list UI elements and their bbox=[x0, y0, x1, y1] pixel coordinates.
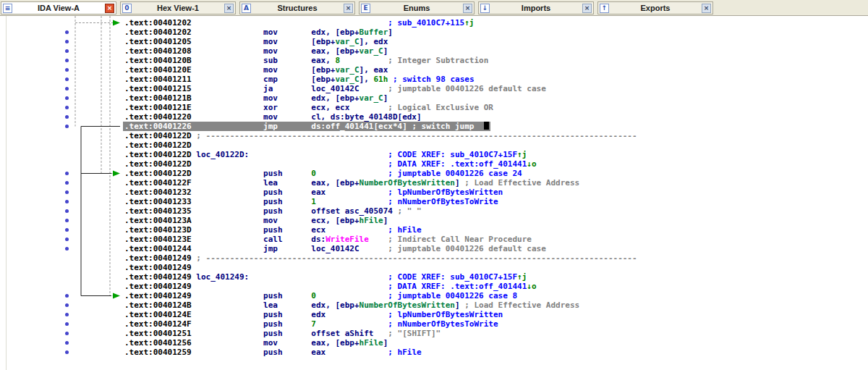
tab-imports[interactable]: ↓Imports× bbox=[478, 1, 594, 14]
code-segment: var_C bbox=[335, 37, 359, 46]
close-icon[interactable]: × bbox=[582, 4, 592, 13]
tab-structures[interactable]: AStructures× bbox=[239, 1, 355, 14]
listing-line[interactable]: .text:0040122D ; -----------------------… bbox=[124, 131, 639, 140]
code-segment: 7 bbox=[311, 319, 316, 329]
code-segment: ; Load Effective Address bbox=[464, 178, 579, 188]
code-segment: eax bbox=[311, 188, 326, 197]
instruction-dot bbox=[65, 313, 69, 316]
listing-line[interactable]: .text:00401249 push 0 ; jumptable 004012… bbox=[124, 291, 639, 300]
listing-line[interactable]: .text:00401232 push eax ; lpNumberOfByte… bbox=[124, 188, 639, 197]
code-segment: edx, [ebp+ bbox=[311, 93, 359, 103]
code-segment: ; jumptable 00401226 default case bbox=[388, 244, 546, 253]
listing-line[interactable]: .text:00401202 ; sub_4010C7+115↑j bbox=[124, 18, 639, 28]
listing-line[interactable]: .text:0040123E call ds:WriteFile ; Indir… bbox=[124, 235, 639, 244]
listing-line[interactable]: .text:0040122D bbox=[124, 140, 639, 150]
listing-line[interactable]: .text:00401249 ; -----------------------… bbox=[124, 253, 639, 263]
code-segment: jmp bbox=[263, 122, 278, 131]
listing-line[interactable]: .text:00401259 push eax ; hFile bbox=[124, 348, 639, 357]
gutter-divider bbox=[6, 16, 7, 370]
instruction-dot bbox=[65, 322, 69, 326]
code-segment: eax bbox=[311, 348, 326, 357]
code-segment: ↑j bbox=[464, 18, 474, 28]
listing-line[interactable]: .text:00401205 mov [ebp+var_C], edx bbox=[124, 37, 639, 46]
listing-line[interactable]: .text:0040124E push edx ; lpNumberOfByte… bbox=[124, 310, 639, 319]
imports-icon: ↓ bbox=[480, 4, 490, 13]
listing-line[interactable]: .text:00401235 push offset asc_405074 ; … bbox=[124, 206, 639, 216]
tabbar: ≡IDA View-A×0Hex View-1×AStructures×EEnu… bbox=[0, 0, 868, 16]
code-segment: .text:00401205 bbox=[124, 37, 192, 46]
code-segment: .text:0040121B bbox=[124, 93, 192, 103]
code-segment: .text:00401249 bbox=[124, 263, 192, 272]
code-segment: .text:0040122D bbox=[124, 140, 192, 150]
listing-line[interactable]: .text:0040122D ; DATA XREF: .text:off_40… bbox=[124, 159, 639, 169]
code-segment: .text:00401220 bbox=[124, 112, 192, 122]
listing-line[interactable]: .text:0040121B mov edx, [ebp+var_C] bbox=[124, 93, 639, 103]
tab-label: Exports bbox=[611, 4, 699, 12]
listing-line[interactable]: .text:00401233 push 1 ; nNumberOfBytesTo… bbox=[124, 197, 639, 206]
code-segment: ; nNumberOfBytesToWrite bbox=[388, 197, 498, 206]
code-segment: ], edx bbox=[359, 37, 388, 46]
close-icon[interactable]: × bbox=[344, 4, 353, 13]
listing-line[interactable]: .text:00401211 cmp [ebp+var_C], 61h ; sw… bbox=[124, 75, 639, 84]
code-segment: mov bbox=[263, 93, 278, 103]
close-icon[interactable]: × bbox=[463, 4, 472, 13]
code-segment: hFile bbox=[359, 338, 383, 348]
listing-line[interactable]: .text:0040120B sub eax, 8 ; Integer Subt… bbox=[124, 56, 639, 65]
code-segment: cmp bbox=[263, 75, 278, 84]
listing-line[interactable]: .text:00401220 mov cl, ds:byte_40148D[ed… bbox=[124, 112, 639, 122]
listing-line[interactable]: .text:0040123D push ecx ; hFile bbox=[124, 225, 639, 235]
instruction-dot bbox=[65, 68, 69, 72]
listing-line[interactable]: .text:00401244 jmp loc_40142C ; jumptabl… bbox=[124, 244, 639, 253]
listing-line[interactable]: .text:00401202 mov edx, [ebp+Buffer] bbox=[124, 28, 639, 37]
code-segment: .text:00401215 bbox=[124, 84, 192, 93]
close-icon[interactable]: × bbox=[224, 4, 234, 13]
code-segment: .text:00401259 bbox=[124, 348, 192, 357]
instruction-dot bbox=[65, 219, 69, 222]
listing-line[interactable]: .text:0040121E xor ecx, ecx ; Logical Ex… bbox=[124, 103, 639, 112]
listing-line[interactable]: .text:00401226 jmp ds:off_401441[ecx*4] … bbox=[124, 122, 639, 131]
listing-line[interactable]: .text:00401251 push offset aShift ; "[SH… bbox=[124, 329, 639, 338]
ida-window: ≡IDA View-A×0Hex View-1×AStructures×EEnu… bbox=[0, 0, 868, 370]
code-segment: NumberOfBytesWritten bbox=[359, 300, 455, 310]
listing-line[interactable]: .text:00401256 mov eax, [ebp+hFile] bbox=[124, 338, 639, 348]
code-segment: NumberOfBytesWritten bbox=[359, 178, 455, 188]
listing-line[interactable]: .text:0040122D push 0 ; jumptable 004012… bbox=[124, 169, 639, 178]
tab-enums[interactable]: EEnums× bbox=[359, 1, 475, 14]
listing-line[interactable]: .text:0040120E mov [ebp+var_C], eax bbox=[124, 65, 639, 75]
code-segment: mov bbox=[263, 65, 278, 75]
listing-line[interactable]: .text:0040124F push 7 ; nNumberOfBytesTo… bbox=[124, 319, 639, 329]
code-segment: ; --------------------------------------… bbox=[196, 131, 637, 140]
listing-line[interactable]: .text:00401249 bbox=[124, 263, 639, 272]
code-segment: mov bbox=[263, 28, 278, 37]
code-segment: ; jumptable 00401226 default case bbox=[388, 84, 546, 93]
tab-exports[interactable]: ↑Exports× bbox=[597, 1, 713, 14]
instruction-dot bbox=[65, 125, 69, 128]
listing-line[interactable]: .text:0040122D loc_40122D: ; CODE XREF: … bbox=[124, 150, 639, 159]
listing-line[interactable]: .text:00401208 mov eax, [ebp+var_C] bbox=[124, 46, 639, 56]
listing-line[interactable]: .text:00401249 ; DATA XREF: .text:off_40… bbox=[124, 282, 639, 291]
tab-ida-view-a[interactable]: ≡IDA View-A× bbox=[1, 1, 116, 14]
listing-line[interactable]: .text:0040122F lea eax, [ebp+NumberOfByt… bbox=[124, 178, 639, 188]
code-segment: mov bbox=[263, 112, 278, 122]
code-segment: ] bbox=[383, 338, 388, 348]
disassembly-view[interactable]: .text:00401202 ; sub_4010C7+115↑j.text:0… bbox=[0, 16, 868, 370]
code-segment: offset asc_405074 bbox=[311, 206, 393, 216]
code-segment: xor bbox=[263, 103, 278, 112]
code-segment: sub bbox=[263, 56, 278, 65]
listing-line[interactable]: .text:00401249 loc_401249: ; CODE XREF: … bbox=[124, 272, 639, 282]
tab-hex-view-1[interactable]: 0Hex View-1× bbox=[120, 1, 236, 14]
structures-icon: A bbox=[242, 4, 251, 13]
listing-line[interactable]: .text:00401215 ja loc_40142C ; jumptable… bbox=[124, 84, 639, 93]
code-segment: ] bbox=[455, 178, 460, 188]
code-segment: ] bbox=[383, 216, 388, 225]
code-segment: ; lpNumberOfBytesWritten bbox=[388, 188, 503, 197]
code-segment: .text:00401211 bbox=[124, 75, 192, 84]
code-segment: ; hFile bbox=[388, 348, 421, 357]
jump-target-arrow bbox=[113, 293, 120, 299]
close-icon[interactable]: × bbox=[702, 4, 711, 13]
code-segment: .text:00401244 bbox=[124, 244, 192, 253]
instruction-dot bbox=[65, 59, 69, 62]
listing-line[interactable]: .text:0040124B lea edx, [ebp+NumberOfByt… bbox=[124, 300, 639, 310]
listing-line[interactable]: .text:0040123A mov ecx, [ebp+hFile] bbox=[124, 216, 639, 225]
close-icon[interactable]: × bbox=[105, 4, 114, 13]
